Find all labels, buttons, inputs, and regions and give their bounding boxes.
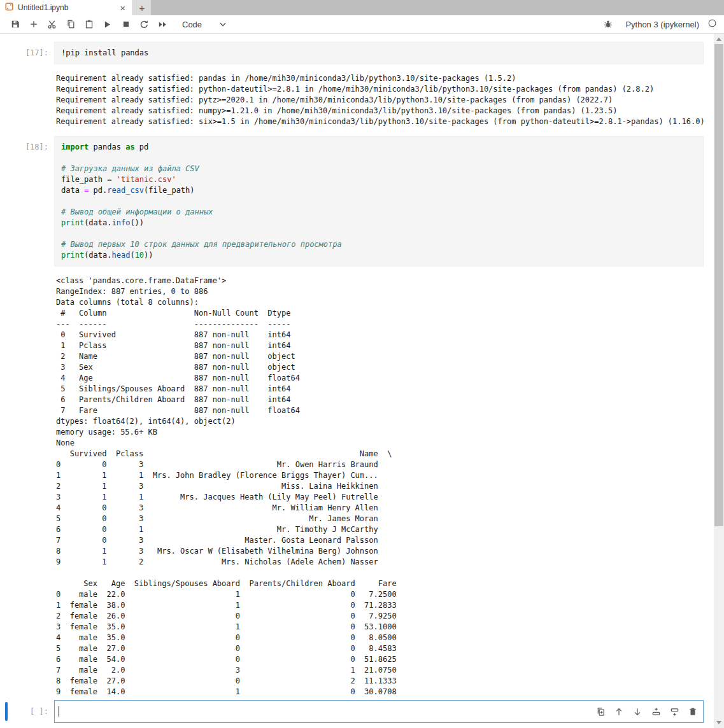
cell-toolbar (595, 706, 698, 717)
interrupt-kernel-button[interactable] (117, 17, 135, 32)
move-cell-up-button[interactable] (614, 706, 624, 717)
code-cell-17: [17]: !pip install pandas (0, 42, 714, 64)
cell-output-17: Requirement already satisfied: pandas in… (54, 68, 704, 129)
save-button[interactable] (6, 17, 24, 32)
restart-run-all-button[interactable] (153, 17, 172, 32)
copy-cells-button[interactable] (61, 17, 80, 32)
cell-input-empty[interactable] (54, 700, 704, 723)
toolbar-right-group: Python 3 (ipykernel) (599, 17, 718, 32)
tab-untitled1[interactable]: Untitled1.ipynb × (0, 0, 132, 15)
cell-output-18: <class 'pandas.core.frame.DataFrame'> Ra… (54, 270, 704, 699)
scrollbar-thumb[interactable] (714, 44, 723, 526)
cut-cells-button[interactable] (43, 17, 61, 32)
cell-prompt: [ ]: (0, 700, 54, 723)
tab-bar: Untitled1.ipynb × + (0, 0, 724, 15)
cell-input[interactable]: !pip install pandas (54, 42, 704, 64)
move-cell-down-button[interactable] (632, 706, 642, 717)
cell-prompt: [18]: (0, 136, 54, 153)
tab-title: Untitled1.ipynb (18, 3, 113, 12)
new-tab-button[interactable]: + (132, 0, 151, 15)
paste-cells-button[interactable] (80, 17, 98, 32)
code-cell-18: [18]: import pandas as pd # Загрузка дан… (0, 136, 714, 267)
cell-input[interactable]: import pandas as pd # Загрузка данных из… (54, 136, 704, 267)
cell-type-label: Code (182, 20, 202, 29)
run-button[interactable] (98, 17, 117, 32)
tab-bar-filler (151, 0, 724, 15)
kernel-name[interactable]: Python 3 (ipykernel) (625, 20, 699, 29)
scroll-down-icon[interactable] (714, 717, 724, 728)
insert-cell-above-button[interactable] (651, 706, 661, 717)
insert-cell-below-button[interactable] (669, 706, 679, 717)
chevron-down-icon (219, 20, 227, 29)
cell-prompt: [17]: (0, 42, 54, 59)
cell-collapser[interactable] (5, 702, 8, 721)
delete-cell-button[interactable] (688, 706, 698, 717)
kernel-status-circle (707, 18, 717, 31)
close-icon[interactable]: × (118, 3, 127, 13)
cell-type-select[interactable]: Code (182, 20, 227, 29)
add-cell-button[interactable] (24, 17, 43, 32)
duplicate-cell-button[interactable] (595, 706, 606, 717)
bug-icon[interactable] (599, 17, 617, 32)
notebook-panel: [17]: !pip install pandas Requirement al… (0, 34, 714, 728)
notebook-toolbar: Code Python 3 (ipykernel) (0, 15, 724, 34)
scroll-up-icon[interactable] (714, 34, 724, 45)
vertical-scrollbar[interactable] (714, 34, 724, 728)
notebook-file-icon (5, 3, 13, 13)
empty-code-cell: [ ]: (0, 700, 714, 723)
restart-kernel-button[interactable] (135, 17, 153, 32)
text-cursor (59, 706, 59, 717)
